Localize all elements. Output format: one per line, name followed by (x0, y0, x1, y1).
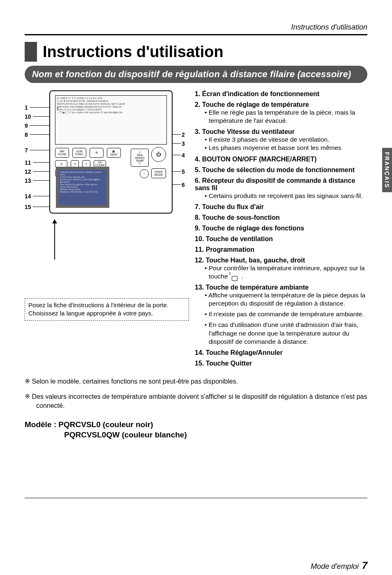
leader (30, 150, 49, 150)
item-num: 8. (195, 214, 200, 221)
item-title: Touche Haut, bas, gauche, droit (206, 257, 305, 264)
callout-3: 3 (182, 140, 185, 147)
leader (173, 134, 181, 135)
item-num: 12. (195, 257, 204, 264)
remote-panel: ❄ ☀ 88.8 °C °F ⟳ ZONE 1 2 3 4 ALL STD◯ A… (49, 90, 173, 214)
footnote-2: Des valeurs incorrectes de température a… (25, 392, 367, 410)
divider (25, 34, 367, 35)
callout-1: 1 (25, 104, 28, 111)
left-column: 1 10 9 8 7 11 12 13 14 15 (25, 90, 189, 370)
item-num: 1. (195, 90, 200, 97)
item-num: 10. (195, 235, 204, 242)
item-num: 9. (195, 225, 200, 232)
item-sub: Certains produits ne reçoivent pas les s… (205, 192, 367, 200)
air-flow-button[interactable]: AIRFLOW (55, 148, 69, 158)
item-title: Touche de réglage des fonctions (202, 225, 304, 232)
page: Instructions d'utilisation Instructions … (0, 0, 392, 575)
item-num: 14. (195, 349, 204, 356)
leader (30, 125, 49, 126)
item-title: Touche Quitter (206, 360, 252, 367)
running-header: Instructions d'utilisation (25, 23, 367, 32)
leader (30, 107, 49, 108)
leader (173, 143, 181, 144)
item-sub: En cas d'utilisation d'une unité d'admis… (205, 321, 367, 345)
item-num: 3. (195, 128, 200, 135)
title-square-icon (25, 42, 37, 62)
footer: Mode d'emploi 7 (25, 560, 367, 571)
settings-button[interactable]: ⚙ (90, 148, 104, 158)
power-button[interactable]: ⏻ (151, 147, 166, 162)
footnote-1: Selon le modèle, certaines fonctions ne … (25, 377, 367, 386)
note-line-2: Choisissez la langue appropriée à votre … (28, 309, 185, 317)
receiver-icon: ○ (140, 169, 149, 178)
sub-func-button[interactable]: SUBFUNC (72, 148, 86, 158)
leader (173, 184, 181, 185)
model-block: Modèle : PQRCVSL0 (couleur noir) PQRCVSL… (25, 419, 367, 440)
leader (173, 155, 181, 155)
item-num: 2. (195, 101, 200, 108)
section-pill: Nom et fonction du dispositif de régulat… (25, 66, 367, 83)
callout-6: 6 (182, 182, 185, 188)
leader (33, 171, 49, 172)
item-title: Touche de température ambiante (206, 284, 309, 291)
language-tab: FRANÇAIS (382, 148, 392, 192)
leader (173, 171, 181, 172)
item-title: Écran d'indication de fonctionnement (202, 90, 320, 97)
item-title: Touche de sous-fonction (202, 214, 280, 221)
arrow-up-icon (54, 223, 55, 260)
callout-8: 8 (25, 131, 28, 138)
item-title: Touche de ventilation (206, 235, 273, 242)
item-6: 6. Récepteur du dispositif de commande à… (195, 177, 367, 200)
door: Operation Mode ❄Cooling ☀Heating ○Dehum … (56, 167, 109, 208)
note-box: Posez la fiche d'instructions à l'intéri… (25, 298, 189, 321)
item-num: 15. (195, 360, 204, 367)
divider (25, 498, 367, 498)
callout-15: 15 (25, 204, 31, 210)
leader (33, 207, 49, 207)
callout-12: 12 (25, 168, 31, 175)
item-sub: Pour contrôler la température intérieure… (205, 264, 367, 281)
remote-diagram: 1 10 9 8 7 11 12 13 14 15 (25, 90, 189, 271)
item-sub: Affiche uniquement la température de la … (205, 291, 367, 308)
leader (30, 134, 49, 135)
item-sub: Les phases moyenne et basse sont les mêm… (205, 144, 367, 152)
item-title: Touche de réglage de température (202, 101, 309, 108)
callout-7: 7 (25, 147, 28, 154)
item-title: Touche Vitesse du ventilateur (202, 128, 295, 135)
callout-4: 4 (182, 152, 185, 159)
item-2: 2. Touche de réglage de température Elle… (195, 101, 367, 125)
item-3: 3. Touche Vitesse du ventilateur Il exis… (195, 128, 367, 152)
text: . (242, 273, 243, 280)
vent-button[interactable]: ▦VENT (107, 148, 121, 158)
item-14: 14. Touche Réglage/Annuler (195, 349, 367, 356)
item-8: 8. Touche de sous-fonction (195, 214, 367, 221)
item-5: 5. Touche de sélection du mode de foncti… (195, 166, 367, 174)
item-1: 1. Écran d'indication de fonctionnement (195, 90, 367, 98)
room-temp-icon (231, 274, 238, 280)
item-title: Touche du flux d'air (202, 203, 264, 210)
item-15: 15. Touche Quitter (195, 360, 367, 367)
item-title: Touche Réglage/Annuler (206, 349, 283, 356)
callout-11: 11 (25, 159, 31, 166)
callout-13: 13 (25, 177, 31, 184)
item-sub: Il existe 3 phases de vitesse de ventila… (205, 136, 367, 144)
callout-10: 10 (25, 113, 31, 120)
footer-text: Mode d'emploi (311, 562, 359, 571)
item-title: Récepteur du dispositif de commande à di… (195, 177, 355, 191)
item-num: 5. (195, 166, 200, 173)
right-column: 1. Écran d'indication de fonctionnement … (195, 90, 367, 370)
oper-mode-button[interactable]: OPERMODE (151, 168, 166, 178)
fan-speed-button[interactable]: △FANSPEEDTEMP▽ (131, 149, 149, 167)
item-num: 4. (195, 156, 200, 163)
leader (33, 180, 49, 181)
item-title: Touche de sélection du mode de fonctionn… (202, 166, 355, 173)
callout-2: 2 (182, 131, 185, 138)
item-sub: Il n'existe pas de commande de températu… (205, 310, 367, 318)
item-11: 11. Programmation (195, 246, 367, 253)
instruction-sticker: Operation Mode ❄Cooling ☀Heating ○Dehum … (59, 170, 106, 205)
content-row: 1 10 9 8 7 11 12 13 14 15 (25, 90, 367, 370)
page-title: Instructions d'utilisation (43, 43, 224, 61)
item-num: 11. (195, 246, 204, 253)
title-row: Instructions d'utilisation (25, 42, 367, 62)
lcd-screen: ❄ ☀ 88.8 °C °F ⟳ ZONE 1 2 3 4 ALL STD◯ A… (55, 95, 167, 145)
